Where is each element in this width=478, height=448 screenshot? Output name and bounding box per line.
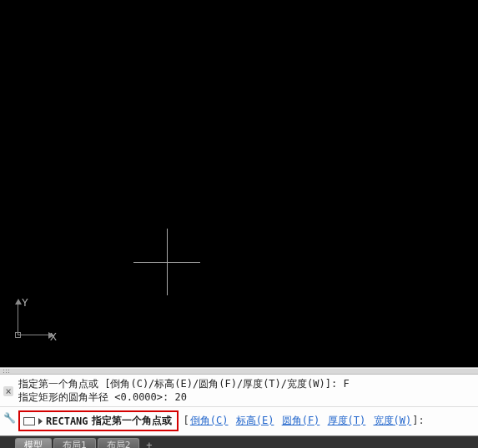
history-line-1-prompt: 指定第一个角点或 [倒角(C)/标高(E)/圆角(F)/厚度(T)/宽度(W)]…: [18, 378, 343, 390]
options-list: [倒角(C) 标高(E) 圆角(F) 厚度(T) 宽度(W)]:: [184, 414, 425, 428]
wrench-icon[interactable]: 🔧: [3, 412, 13, 422]
option-c[interactable]: 倒角(C): [189, 415, 229, 426]
close-icon[interactable]: ×: [3, 386, 13, 396]
option-t[interactable]: 厚度(T): [327, 415, 367, 426]
option-w[interactable]: 宽度(W): [373, 415, 413, 426]
rectangle-icon: [23, 417, 35, 425]
layout-tabs: 模型布局1布局2+: [0, 435, 478, 448]
panel-drag-handle[interactable]: [0, 369, 478, 375]
option-e[interactable]: 标高(E): [235, 415, 275, 426]
command-line[interactable]: 🔧 RECTANG 指定第一个角点或 [倒角(C) 标高(E) 圆角(F) 厚度…: [0, 406, 478, 435]
history-line-2-prompt: 指定矩形的圆角半径: [18, 391, 114, 403]
ucs-y-label: Y: [22, 296, 28, 309]
command-name: RECTANG: [46, 415, 88, 427]
option-f[interactable]: 圆角(F): [281, 415, 321, 426]
tab-0[interactable]: 模型: [15, 438, 52, 448]
drawing-canvas[interactable]: Y X: [0, 0, 478, 367]
tab-1[interactable]: 布局1: [53, 438, 96, 448]
command-panel: × 指定第一个角点或 [倒角(C)/标高(E)/圆角(F)/厚度(T)/宽度(W…: [0, 367, 478, 448]
tab-2[interactable]: 布局2: [98, 438, 140, 448]
command-history[interactable]: × 指定第一个角点或 [倒角(C)/标高(E)/圆角(F)/厚度(T)/宽度(W…: [0, 375, 478, 406]
command-prompt: 指定第一个角点或: [92, 414, 172, 428]
history-line-2-input: 20: [174, 391, 186, 403]
ucs-x-label: X: [50, 330, 57, 343]
history-line-1-input: F: [343, 378, 349, 390]
history-line-2-default: <0.0000>:: [114, 391, 174, 403]
chevron-right-icon: [38, 418, 43, 425]
ucs-icon: Y X: [10, 302, 52, 344]
active-command-box: RECTANG 指定第一个角点或: [18, 410, 179, 431]
add-tab-button[interactable]: +: [141, 440, 157, 448]
